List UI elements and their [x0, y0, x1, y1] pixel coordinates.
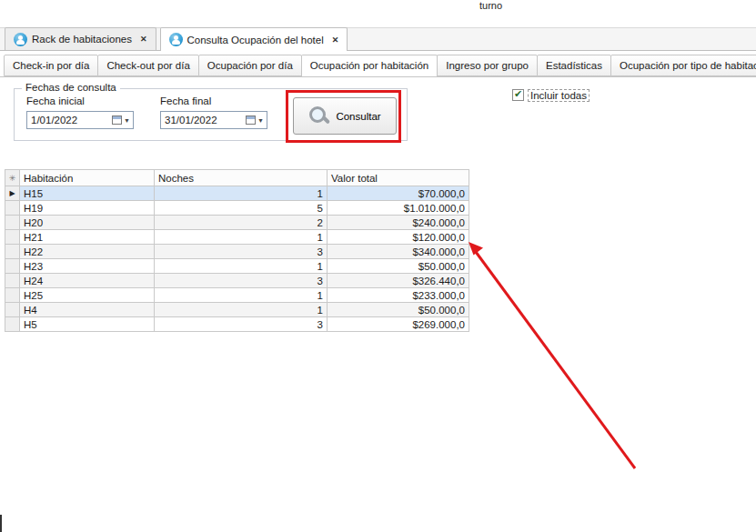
grid-row-H4[interactable]: H41$50.000,0: [5, 303, 469, 317]
cell-habitacion[interactable]: H5: [20, 317, 155, 332]
top-menu-strip: turno: [0, 0, 756, 27]
grid-header-row: ✳ Habitación Noches Valor total: [5, 170, 469, 186]
fecha-inicial-value: 1/01/2022: [27, 115, 109, 125]
calendar-dropdown-button[interactable]: ▼: [243, 112, 267, 128]
document-tab-bar: Rack de habitaciones ✕ Consulta Ocupació…: [0, 27, 756, 51]
check-icon: ✔: [514, 89, 522, 99]
column-header-habitacion[interactable]: Habitación: [20, 170, 155, 186]
cell-valor-total[interactable]: $326.440,0: [328, 274, 469, 288]
hotel-app-icon: [169, 33, 183, 46]
cell-habitacion[interactable]: H25: [20, 288, 155, 303]
cell-noches[interactable]: 3: [155, 317, 328, 332]
fecha-final-value: 31/01/2022: [161, 115, 243, 125]
fechas-de-consulta-group: Fechas de consulta Fecha inicial 1/01/20…: [14, 88, 408, 141]
cell-noches[interactable]: 3: [155, 245, 328, 259]
report-tab-4[interactable]: Ingreso por grupo: [437, 55, 538, 76]
cell-noches[interactable]: 5: [155, 201, 328, 216]
row-selector[interactable]: [5, 230, 20, 245]
report-tab-6[interactable]: Ocupación por tipo de habitación: [610, 55, 756, 76]
tab-label: Consulta Ocupación del hotel: [187, 35, 324, 45]
calendar-icon: [112, 115, 122, 125]
row-selector[interactable]: [5, 201, 20, 216]
cell-valor-total[interactable]: $50.000,0: [328, 259, 469, 274]
grid-row-H15[interactable]: ▶H151$70.000,0: [5, 186, 469, 201]
fecha-final-label: Fecha final: [160, 95, 211, 106]
incluir-todas-checkbox[interactable]: ✔ Incluir todas: [512, 88, 590, 102]
report-tab-5[interactable]: Estadísticas: [537, 55, 611, 76]
column-header-noches[interactable]: Noches: [155, 170, 328, 186]
grid-row-H25[interactable]: H251$233.000,0: [5, 288, 469, 303]
row-selector[interactable]: [5, 274, 20, 288]
occupancy-grid: ✳ Habitación Noches Valor total ▶H151$70…: [5, 169, 469, 332]
cell-valor-total[interactable]: $240.000,0: [328, 216, 469, 230]
fecha-final-picker[interactable]: 31/01/2022 ▼: [160, 111, 267, 129]
grid-row-H20[interactable]: H202$240.000,0: [5, 216, 469, 230]
cell-noches[interactable]: 1: [155, 186, 328, 201]
tab-label: Rack de habitaciones: [32, 34, 132, 45]
consultar-button[interactable]: Consultar: [293, 97, 397, 135]
fecha-inicial-label: Fecha inicial: [26, 95, 85, 106]
cell-noches[interactable]: 1: [155, 259, 328, 274]
cell-noches[interactable]: 3: [155, 274, 328, 288]
hotel-app-icon: [14, 33, 27, 46]
consultar-label: Consultar: [336, 111, 380, 122]
cell-habitacion[interactable]: H22: [20, 245, 155, 259]
calendar-icon: [246, 115, 256, 125]
close-icon[interactable]: ✕: [140, 35, 147, 44]
row-selector[interactable]: [5, 259, 20, 274]
close-icon[interactable]: ✕: [332, 35, 339, 45]
cell-valor-total[interactable]: $50.000,0: [328, 303, 469, 317]
cell-noches[interactable]: 1: [155, 230, 328, 245]
cell-habitacion[interactable]: H21: [20, 230, 155, 245]
cell-noches[interactable]: 1: [155, 303, 328, 317]
incluir-todas-label: Incluir todas: [528, 89, 590, 102]
cell-noches[interactable]: 2: [155, 216, 328, 230]
cell-noches[interactable]: 1: [155, 288, 328, 303]
calendar-dropdown-button[interactable]: ▼: [109, 112, 133, 128]
cell-valor-total[interactable]: $1.010.000,0: [328, 201, 469, 216]
window-edge-artifact: [0, 515, 2, 532]
cell-habitacion[interactable]: H20: [20, 216, 155, 230]
partial-menu-text[interactable]: turno: [479, 0, 502, 11]
cell-valor-total[interactable]: $120.000,0: [328, 230, 469, 245]
report-tab-2[interactable]: Ocupación por día: [198, 55, 302, 76]
grid-row-H24[interactable]: H243$326.440,0: [5, 274, 469, 288]
row-selector[interactable]: [5, 288, 20, 303]
cell-valor-total[interactable]: $269.000,0: [328, 317, 469, 332]
report-tab-0[interactable]: Check-in por día: [4, 55, 98, 76]
cell-habitacion[interactable]: H19: [20, 201, 155, 216]
checkbox-box[interactable]: ✔: [512, 89, 524, 101]
grid-row-H23[interactable]: H231$50.000,0: [5, 259, 469, 274]
report-tab-1[interactable]: Check-out por día: [97, 55, 198, 76]
report-tab-strip: Check-in por díaCheck-out por díaOcupaci…: [0, 55, 756, 77]
chevron-down-icon: ▼: [124, 117, 130, 124]
cell-valor-total[interactable]: $70.000,0: [328, 186, 469, 201]
chevron-down-icon: ▼: [257, 117, 264, 124]
app-window: turno Rack de habitaciones ✕ Consulta Oc…: [0, 0, 756, 532]
row-selector[interactable]: [5, 303, 20, 317]
cell-habitacion[interactable]: H24: [20, 274, 155, 288]
grid-row-H19[interactable]: H195$1.010.000,0: [5, 201, 469, 216]
cell-habitacion[interactable]: H15: [20, 186, 155, 201]
row-selector[interactable]: [5, 245, 20, 259]
cell-habitacion[interactable]: H23: [20, 259, 155, 274]
grid-row-H21[interactable]: H211$120.000,0: [5, 230, 469, 245]
grid-row-H22[interactable]: H223$340.000,0: [5, 245, 469, 259]
search-icon: [308, 105, 329, 126]
row-selector[interactable]: [5, 216, 20, 230]
tab-rack-de-habitaciones[interactable]: Rack de habitaciones ✕: [5, 27, 156, 50]
row-selector[interactable]: [5, 317, 20, 332]
column-header-valor-total[interactable]: Valor total: [328, 170, 469, 186]
tab-consulta-ocupacion-del-hotel[interactable]: Consulta Ocupación del hotel ✕: [160, 27, 348, 51]
cell-valor-total[interactable]: $233.000,0: [328, 288, 469, 303]
group-title: Fechas de consulta: [22, 82, 120, 93]
cell-habitacion[interactable]: H4: [20, 303, 155, 317]
grid-corner: ✳: [5, 170, 20, 186]
cell-valor-total[interactable]: $340.000,0: [328, 245, 469, 259]
current-row-marker[interactable]: ▶: [5, 186, 20, 201]
report-tab-3[interactable]: Ocupación por habitación: [301, 55, 438, 77]
fecha-inicial-picker[interactable]: 1/01/2022 ▼: [26, 111, 134, 129]
grid-row-H5[interactable]: H53$269.000,0: [5, 317, 469, 332]
